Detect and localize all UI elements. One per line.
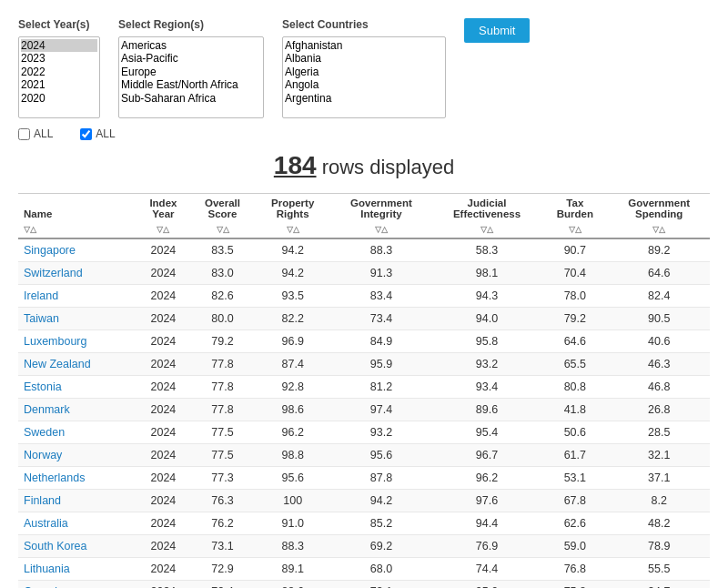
cell-tax: 75.8: [541, 581, 608, 589]
cell-overall: 77.8: [190, 399, 255, 421]
all-years-checkbox[interactable]: [18, 128, 30, 140]
country-select[interactable]: Afghanistan Albania Algeria Angola Argen…: [282, 36, 446, 118]
cell-overall: 83.5: [190, 238, 255, 262]
cell-judicial: 97.6: [432, 490, 542, 512]
sort-year[interactable]: ▽△: [136, 221, 190, 238]
cell-judicial: 58.3: [432, 238, 542, 262]
data-table: Name IndexYear OverallScore PropertyRigh…: [18, 193, 710, 588]
year-label: Select Year(s): [18, 18, 100, 31]
submit-button[interactable]: Submit: [464, 18, 530, 43]
cell-spending: 8.2: [608, 490, 710, 512]
cell-name[interactable]: Denmark: [18, 399, 136, 421]
table-row: Sweden 2024 77.5 96.2 93.2 95.4 50.6 28.…: [18, 421, 710, 444]
cell-year: 2024: [136, 535, 190, 558]
cell-integrity: 97.4: [330, 399, 432, 421]
table-row: Norway 2024 77.5 98.8 95.6 96.7 61.7 32.…: [18, 444, 710, 467]
cell-integrity: 68.0: [330, 558, 432, 581]
cell-judicial: 94.4: [432, 512, 542, 535]
cell-year: 2024: [136, 353, 190, 376]
cell-tax: 62.6: [541, 512, 608, 535]
cell-name[interactable]: Netherlands: [18, 467, 136, 490]
cell-spending: 34.7: [608, 581, 710, 589]
cell-judicial: 89.6: [432, 399, 542, 421]
col-name: Name: [18, 194, 136, 222]
cell-name[interactable]: Norway: [18, 444, 136, 467]
sort-integrity[interactable]: ▽△: [330, 221, 432, 238]
cell-name[interactable]: Taiwan: [18, 308, 136, 330]
region-select[interactable]: Americas Asia-Pacific Europe Middle East…: [118, 36, 264, 118]
cell-tax: 59.0: [541, 535, 608, 558]
cell-judicial: 74.4: [432, 558, 542, 581]
cell-spending: 40.6: [608, 330, 710, 353]
all-regions-checkbox[interactable]: [80, 128, 92, 140]
cell-spending: 28.5: [608, 421, 710, 444]
cell-overall: 80.0: [190, 308, 255, 330]
cell-integrity: 95.9: [330, 353, 432, 376]
col-overall-score: OverallScore: [190, 194, 255, 222]
country-selector-group: Select Countries Afghanistan Albania Alg…: [282, 18, 446, 118]
year-select[interactable]: 2024 2023 2022 2021 2020: [18, 36, 100, 118]
sort-judicial[interactable]: ▽△: [432, 221, 542, 238]
sort-overall[interactable]: ▽△: [190, 221, 255, 238]
table-row: Finland 2024 76.3 100 94.2 97.6 67.8 8.2: [18, 490, 710, 512]
country-label: Select Countries: [282, 18, 446, 31]
cell-name[interactable]: Ireland: [18, 285, 136, 308]
cell-year: 2024: [136, 512, 190, 535]
all-regions-checkbox-label[interactable]: ALL: [80, 127, 115, 140]
cell-name[interactable]: Switzerland: [18, 262, 136, 285]
cell-year: 2024: [136, 238, 190, 262]
cell-tax: 65.5: [541, 353, 608, 376]
cell-property: 96.2: [255, 421, 330, 444]
controls-bar: Select Year(s) 2024 2023 2022 2021 2020 …: [18, 18, 710, 118]
cell-tax: 70.4: [541, 262, 608, 285]
cell-tax: 80.8: [541, 376, 608, 399]
cell-judicial: 98.1: [432, 262, 542, 285]
cell-year: 2024: [136, 444, 190, 467]
cell-spending: 46.8: [608, 376, 710, 399]
cell-overall: 82.6: [190, 285, 255, 308]
cell-integrity: 84.9: [330, 330, 432, 353]
cell-name[interactable]: Luxembourg: [18, 330, 136, 353]
cell-judicial: 95.4: [432, 421, 542, 444]
rows-count: 184: [274, 151, 317, 179]
col-tax: TaxBurden: [541, 194, 608, 222]
cell-tax: 76.8: [541, 558, 608, 581]
cell-overall: 76.3: [190, 490, 255, 512]
cell-property: 87.4: [255, 353, 330, 376]
cell-year: 2024: [136, 376, 190, 399]
sort-property[interactable]: ▽△: [255, 221, 330, 238]
sort-name[interactable]: ▽△: [18, 221, 136, 238]
cell-judicial: 96.2: [432, 467, 542, 490]
cell-judicial: 93.4: [432, 376, 542, 399]
cell-name[interactable]: Estonia: [18, 376, 136, 399]
col-gov-integrity: GovernmentIntegrity: [330, 194, 432, 222]
table-header-row: Name IndexYear OverallScore PropertyRigh…: [18, 194, 710, 222]
sort-tax[interactable]: ▽△: [541, 221, 608, 238]
cell-property: 92.8: [255, 376, 330, 399]
cell-judicial: 96.7: [432, 444, 542, 467]
cell-name[interactable]: Singapore: [18, 238, 136, 262]
table-body: Singapore 2024 83.5 94.2 88.3 58.3 90.7 …: [18, 238, 710, 588]
all-years-checkbox-label[interactable]: ALL: [18, 127, 53, 140]
table-row: Estonia 2024 77.8 92.8 81.2 93.4 80.8 46…: [18, 376, 710, 399]
sort-spending[interactable]: ▽△: [608, 221, 710, 238]
cell-name[interactable]: South Korea: [18, 535, 136, 558]
region-selector-group: Select Region(s) Americas Asia-Pacific E…: [118, 18, 264, 118]
cell-property: 82.2: [255, 308, 330, 330]
cell-tax: 64.6: [541, 330, 608, 353]
table-row: Taiwan 2024 80.0 82.2 73.4 94.0 79.2 90.…: [18, 308, 710, 330]
cell-name[interactable]: Sweden: [18, 421, 136, 444]
cell-overall: 77.8: [190, 353, 255, 376]
col-property-rights: PropertyRights: [255, 194, 330, 222]
cell-tax: 41.8: [541, 399, 608, 421]
cell-name[interactable]: Lithuania: [18, 558, 136, 581]
cell-name[interactable]: New Zealand: [18, 353, 136, 376]
region-label: Select Region(s): [118, 18, 264, 31]
cell-name[interactable]: Australia: [18, 512, 136, 535]
cell-integrity: 87.8: [330, 467, 432, 490]
year-selector-group: Select Year(s) 2024 2023 2022 2021 2020: [18, 18, 100, 118]
cell-property: 98.6: [255, 399, 330, 421]
cell-year: 2024: [136, 285, 190, 308]
cell-name[interactable]: Canada: [18, 581, 136, 589]
cell-name[interactable]: Finland: [18, 490, 136, 512]
